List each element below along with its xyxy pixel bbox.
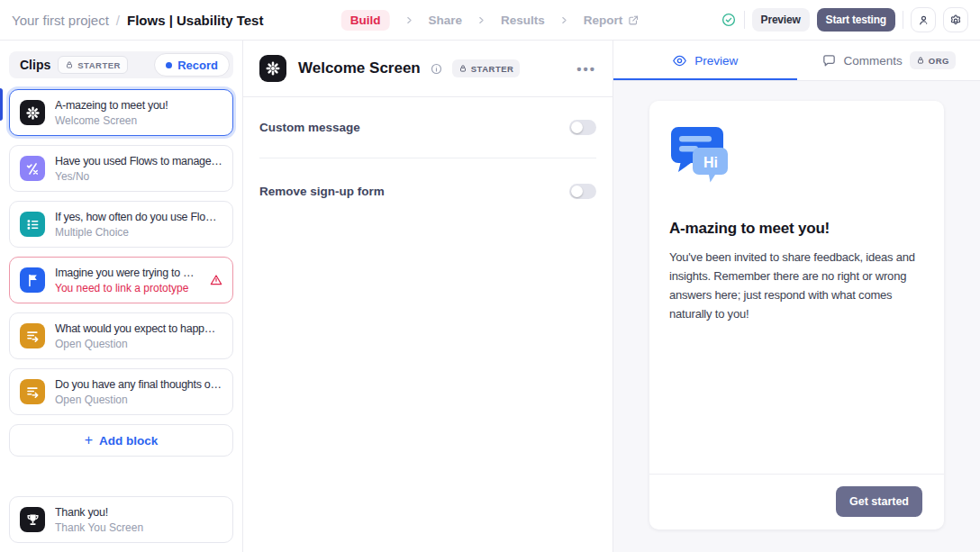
more-options-button[interactable]: ••• bbox=[576, 61, 596, 77]
external-link-icon bbox=[627, 14, 639, 26]
block-texts: What would you expect to happ… Open Ques… bbox=[55, 322, 223, 350]
editor-title: Welcome Screen bbox=[298, 59, 421, 77]
svg-text:Hi: Hi bbox=[703, 155, 718, 170]
trophy-icon bbox=[20, 507, 45, 532]
org-badge: ORG bbox=[910, 51, 956, 69]
preview-tabs: Preview Comments ORG bbox=[613, 41, 980, 81]
starter-badge-label: STARTER bbox=[471, 64, 514, 74]
gear-icon bbox=[948, 13, 963, 27]
block-editor: Welcome Screen STARTER ••• Custom messag… bbox=[243, 41, 613, 552]
setting-label: Custom message bbox=[259, 121, 360, 134]
user-icon bbox=[917, 14, 930, 27]
block-texts: Thank you! Thank You Screen bbox=[55, 506, 223, 534]
block-subtitle: Open Question bbox=[55, 394, 223, 406]
settings-button[interactable] bbox=[943, 7, 968, 32]
tab-share[interactable]: Share bbox=[428, 14, 462, 27]
block-title: Do you have any final thoughts o… bbox=[55, 378, 223, 391]
block-title: Imagine you were trying to … bbox=[55, 267, 199, 279]
block-texts: Have you used Flows to manage… Yes/No bbox=[55, 155, 223, 183]
block-title: Thank you! bbox=[55, 506, 223, 519]
record-dot-icon bbox=[166, 62, 172, 68]
breadcrumb: Your first project / Flows | Usability T… bbox=[12, 13, 263, 28]
block-texts: A-mazeing to meet you! Welcome Screen bbox=[55, 99, 223, 127]
starter-badge-label: STARTER bbox=[77, 60, 121, 70]
open-question-icon bbox=[20, 323, 45, 348]
tab-results[interactable]: Results bbox=[501, 14, 545, 27]
block-yes-no[interactable]: Have you used Flows to manage… Yes/No bbox=[9, 145, 233, 192]
breadcrumb-separator: / bbox=[116, 13, 120, 28]
setting-custom-message: Custom message bbox=[259, 97, 596, 158]
chevron-right-icon bbox=[476, 15, 486, 25]
org-badge-label: ORG bbox=[929, 56, 949, 66]
app-root: Your first project / Flows | Usability T… bbox=[0, 0, 980, 552]
topbar-actions: Preview Start testing bbox=[721, 7, 968, 32]
breadcrumb-current: Flows | Usability Test bbox=[127, 13, 263, 28]
maze-logo-icon bbox=[20, 100, 45, 125]
record-button[interactable]: Record bbox=[154, 53, 230, 77]
block-texts: If yes, how often do you use Flo… Multip… bbox=[55, 211, 223, 239]
block-error-text: You need to link a prototype bbox=[55, 282, 199, 294]
check-circle-icon bbox=[721, 12, 737, 28]
eye-icon bbox=[672, 53, 687, 68]
flag-icon bbox=[20, 267, 45, 293]
block-texts: Imagine you were trying to … You need to… bbox=[55, 267, 199, 294]
block-subtitle: Welcome Screen bbox=[55, 114, 223, 127]
preview-card-footer: Get started bbox=[649, 474, 944, 529]
multiple-choice-icon bbox=[20, 212, 45, 237]
breadcrumb-project[interactable]: Your first project bbox=[12, 13, 109, 28]
chat-bubbles-illustration: Hi bbox=[669, 124, 734, 193]
clips-title: Clips bbox=[20, 58, 50, 72]
preview-button[interactable]: Preview bbox=[752, 8, 810, 32]
block-prototype-test[interactable]: Imagine you were trying to … You need to… bbox=[9, 257, 233, 303]
block-texts: Do you have any final thoughts o… Open Q… bbox=[55, 378, 223, 406]
block-subtitle: Yes/No bbox=[55, 170, 223, 183]
block-title: A-mazeing to meet you! bbox=[55, 99, 223, 112]
block-thank-you[interactable]: Thank you! Thank You Screen bbox=[9, 496, 233, 543]
tab-build[interactable]: Build bbox=[341, 10, 390, 31]
starter-badge: STARTER bbox=[58, 56, 128, 74]
tab-comments[interactable]: Comments ORG bbox=[797, 41, 980, 80]
add-block-button[interactable]: + Add block bbox=[9, 424, 233, 457]
block-title: What would you expect to happ… bbox=[55, 322, 223, 335]
comment-icon bbox=[821, 53, 837, 68]
block-open-question-2[interactable]: Do you have any final thoughts o… Open Q… bbox=[9, 368, 233, 415]
blocks-sidebar: Clips STARTER Record A-mazeing to meet y… bbox=[0, 41, 243, 552]
preview-card: Hi A-mazing to meet you! You've been inv… bbox=[649, 101, 944, 529]
block-subtitle: Thank You Screen bbox=[55, 521, 223, 534]
custom-message-toggle[interactable] bbox=[569, 120, 596, 135]
block-subtitle: Open Question bbox=[55, 338, 223, 350]
record-label: Record bbox=[177, 59, 218, 72]
get-started-button[interactable]: Get started bbox=[836, 486, 922, 517]
lock-icon bbox=[916, 56, 925, 65]
block-welcome-screen[interactable]: A-mazeing to meet you! Welcome Screen bbox=[9, 89, 233, 136]
remove-signup-form-toggle[interactable] bbox=[569, 184, 596, 199]
thank-you-wrap: Thank you! Thank You Screen bbox=[9, 496, 233, 543]
info-icon[interactable] bbox=[430, 62, 443, 76]
user-button[interactable] bbox=[911, 7, 936, 32]
tab-preview[interactable]: Preview bbox=[613, 41, 797, 80]
chevron-right-icon bbox=[404, 15, 413, 25]
tab-comments-label: Comments bbox=[844, 54, 903, 68]
preview-panel: Preview Comments ORG bbox=[613, 41, 980, 552]
start-testing-button[interactable]: Start testing bbox=[817, 8, 895, 32]
divider bbox=[744, 11, 745, 29]
preview-card-body: Hi A-mazing to meet you! You've been inv… bbox=[649, 101, 944, 474]
plus-icon: + bbox=[85, 432, 93, 448]
block-multiple-choice[interactable]: If yes, how often do you use Flo… Multip… bbox=[9, 201, 233, 248]
main-content: Clips STARTER Record A-mazeing to meet y… bbox=[0, 41, 980, 552]
topbar: Your first project / Flows | Usability T… bbox=[0, 0, 980, 41]
editor-header: Welcome Screen STARTER ••• bbox=[243, 41, 612, 97]
warning-icon bbox=[209, 273, 223, 287]
block-open-question-1[interactable]: What would you expect to happ… Open Ques… bbox=[9, 312, 233, 359]
lock-icon bbox=[65, 60, 74, 69]
top-nav: Build Share Results Report bbox=[341, 0, 640, 40]
tab-preview-label: Preview bbox=[694, 54, 738, 68]
yes-no-icon bbox=[20, 156, 45, 181]
clips-header: Clips STARTER Record bbox=[9, 51, 233, 78]
tab-report-label: Report bbox=[584, 14, 623, 27]
chevron-right-icon bbox=[559, 15, 569, 25]
tab-report[interactable]: Report bbox=[584, 14, 640, 27]
preview-heading: A-mazing to meet you! bbox=[669, 220, 931, 238]
selected-block-indicator bbox=[0, 88, 3, 121]
preview-area: Hi A-mazing to meet you! You've been inv… bbox=[613, 81, 980, 552]
